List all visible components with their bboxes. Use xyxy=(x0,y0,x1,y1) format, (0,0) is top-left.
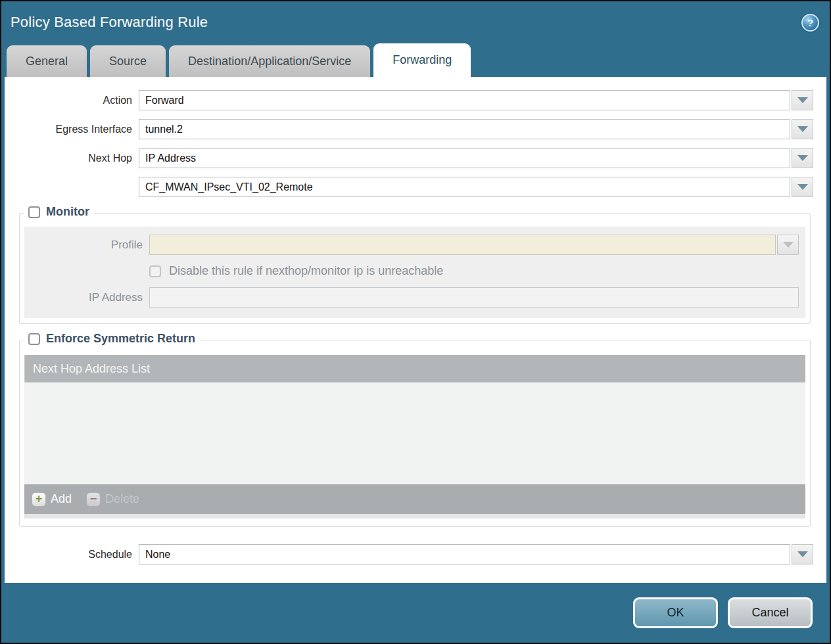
dialog-titlebar: Policy Based Forwarding Rule ? xyxy=(1,1,830,43)
policy-based-forwarding-dialog: Policy Based Forwarding Rule ? General S… xyxy=(0,0,831,644)
egress-interface-row: Egress Interface tunnel.2 xyxy=(16,119,813,139)
schedule-dropdown-button[interactable] xyxy=(792,544,813,564)
action-dropdown-button[interactable] xyxy=(792,90,813,110)
enforce-legend: Enforce Symmetric Return xyxy=(24,332,200,346)
schedule-label: Schedule xyxy=(16,549,139,561)
dialog-footer: OK Cancel xyxy=(1,583,830,643)
table-bottom-strip xyxy=(24,514,805,518)
chevron-down-icon xyxy=(797,97,808,103)
tab-bar: General Source Destination/Application/S… xyxy=(1,43,830,77)
next-hop-row: Next Hop IP Address xyxy=(16,148,813,168)
profile-dropdown-button xyxy=(777,235,799,255)
action-select[interactable]: Forward xyxy=(139,90,790,110)
next-hop-address-list-header: Next Hop Address List xyxy=(24,355,805,382)
next-hop-address-list-table: Next Hop Address List + Add − Delete xyxy=(24,355,805,518)
disable-rule-row: Disable this rule if nexthop/monitor ip … xyxy=(24,264,799,278)
tab-forwarding[interactable]: Forwarding xyxy=(373,43,471,77)
ok-button[interactable]: OK xyxy=(633,597,718,628)
chevron-down-icon xyxy=(797,126,808,132)
delete-button: − Delete xyxy=(86,492,139,507)
monitor-ip-address-label: IP Address xyxy=(24,291,149,304)
monitor-checkbox[interactable] xyxy=(28,206,40,218)
next-hop-address-dropdown-button[interactable] xyxy=(792,177,813,197)
table-toolbar: + Add − Delete xyxy=(24,484,805,514)
profile-row: Profile xyxy=(24,235,799,255)
tab-destination-application-service[interactable]: Destination/Application/Service xyxy=(169,45,370,77)
plus-icon: + xyxy=(32,492,46,507)
add-button[interactable]: + Add xyxy=(32,492,72,507)
profile-select xyxy=(149,235,776,255)
tab-general[interactable]: General xyxy=(7,45,87,77)
enforce-legend-label: Enforce Symmetric Return xyxy=(46,332,195,346)
add-button-label: Add xyxy=(51,492,72,506)
next-hop-dropdown-button[interactable] xyxy=(792,148,813,168)
egress-interface-dropdown-button[interactable] xyxy=(792,119,813,139)
enforce-symmetric-return-section: Enforce Symmetric Return Next Hop Addres… xyxy=(19,340,811,527)
cancel-button[interactable]: Cancel xyxy=(728,597,813,628)
chevron-down-icon xyxy=(797,155,808,161)
disable-rule-label: Disable this rule if nexthop/monitor ip … xyxy=(169,264,443,278)
tab-source[interactable]: Source xyxy=(90,45,166,77)
chevron-down-icon xyxy=(797,184,808,190)
chevron-down-icon xyxy=(783,242,794,248)
help-icon[interactable]: ? xyxy=(801,14,819,32)
chevron-down-icon xyxy=(797,551,808,557)
forwarding-tab-panel: Action Forward Egress Interface tunnel.2… xyxy=(5,77,826,583)
monitor-legend: Monitor xyxy=(24,205,94,219)
egress-interface-select[interactable]: tunnel.2 xyxy=(139,119,790,139)
next-hop-address-list-body xyxy=(24,382,805,484)
monitor-panel: Profile Disable this rule if nexthop/mon… xyxy=(24,227,805,318)
next-hop-type-select[interactable]: IP Address xyxy=(139,148,790,168)
action-label: Action xyxy=(16,95,139,106)
monitor-ip-address-row: IP Address xyxy=(24,287,799,308)
monitor-legend-label: Monitor xyxy=(46,205,89,219)
minus-icon: − xyxy=(86,492,101,507)
enforce-symmetric-return-checkbox[interactable] xyxy=(28,333,40,345)
schedule-row: Schedule None xyxy=(16,544,813,564)
action-row: Action Forward xyxy=(16,90,813,110)
disable-rule-checkbox xyxy=(149,265,161,277)
next-hop-label: Next Hop xyxy=(16,152,139,164)
dialog-title: Policy Based Forwarding Rule xyxy=(11,14,208,31)
schedule-select[interactable]: None xyxy=(139,544,790,564)
next-hop-address-row: CF_MWAN_IPsec_VTI_02_Remote xyxy=(16,177,813,197)
profile-label: Profile xyxy=(24,239,149,252)
egress-interface-label: Egress Interface xyxy=(16,124,139,135)
monitor-ip-address-input xyxy=(149,287,799,308)
monitor-section: Monitor Profile Disable this rule if nex… xyxy=(19,213,811,324)
next-hop-address-select[interactable]: CF_MWAN_IPsec_VTI_02_Remote xyxy=(139,177,790,197)
delete-button-label: Delete xyxy=(105,492,139,506)
